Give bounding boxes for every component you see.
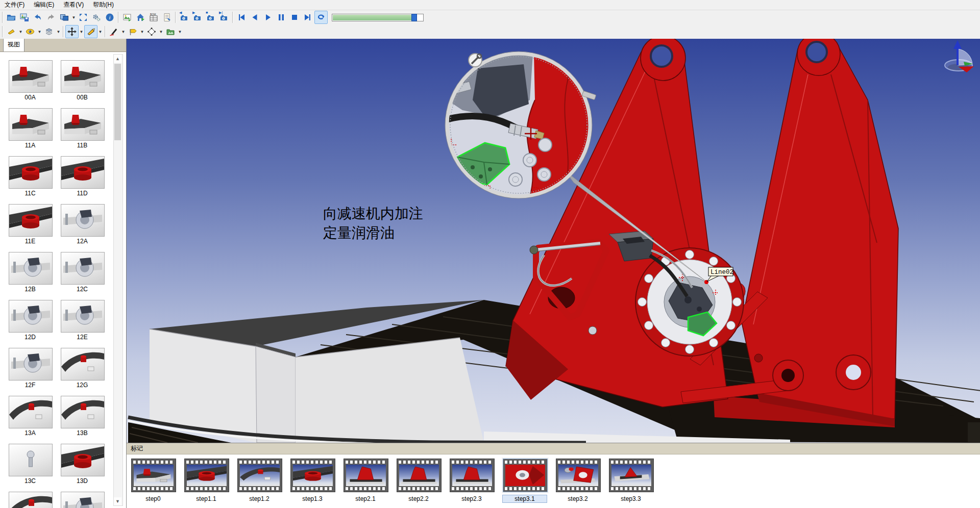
pen-tool-dropdown-caret[interactable]: ▼ — [120, 26, 126, 38]
callout-tool-button[interactable] — [126, 25, 139, 38]
move-tool-button[interactable] — [65, 25, 79, 38]
view-thumbnail-13C[interactable] — [9, 444, 53, 476]
view-thumbnail-13A[interactable] — [9, 396, 53, 428]
image-tool-dropdown-caret[interactable]: ▼ — [177, 26, 183, 38]
play-icon — [263, 13, 273, 22]
play-button[interactable] — [261, 11, 275, 24]
info-button[interactable]: i — [103, 11, 116, 24]
timeline-slider[interactable] — [332, 14, 424, 21]
view-thumbnail-13B[interactable] — [61, 396, 105, 428]
view-thumbnail-00B[interactable] — [61, 60, 105, 93]
shape-tool-button[interactable] — [145, 25, 158, 38]
view-thumbnail-12D[interactable] — [9, 300, 53, 333]
redo-button[interactable] — [44, 11, 58, 24]
step-thumbnail-step2.3[interactable] — [450, 459, 495, 492]
step-thumbnail-step3.2[interactable] — [556, 459, 601, 492]
visibility-button[interactable] — [23, 25, 37, 38]
view-label: 11E — [9, 238, 52, 245]
undo-button[interactable] — [31, 11, 44, 24]
shape-tool-dropdown-caret[interactable]: ▼ — [158, 26, 164, 38]
bulb-icon — [7, 27, 16, 36]
view-thumbnail-12C[interactable] — [61, 252, 105, 285]
pause-button[interactable] — [275, 11, 288, 24]
view-thumbnail-11E[interactable] — [9, 204, 53, 237]
camera-key-start-button[interactable]: ◀ — [178, 11, 191, 24]
view-label: 12B — [9, 286, 52, 293]
fit-view-button[interactable] — [77, 11, 90, 24]
step-preview — [134, 465, 174, 486]
view-thumbnail-11D[interactable] — [61, 156, 105, 189]
menu-item-1[interactable]: 编辑(E) — [29, 0, 59, 10]
go-last-button[interactable] — [301, 11, 314, 24]
save-image-button[interactable] — [18, 11, 31, 24]
view-thumbnail-11C[interactable] — [9, 156, 53, 189]
visibility-dropdown-caret[interactable]: ▼ — [37, 26, 42, 38]
step-back-button[interactable] — [248, 11, 261, 24]
render-style-button[interactable] — [5, 25, 18, 38]
film-sprockets — [186, 487, 227, 490]
view-transition-dropdown-caret[interactable]: ▼ — [71, 11, 77, 23]
view-thumbnail-12F[interactable] — [9, 348, 53, 380]
settings-button[interactable] — [90, 11, 103, 24]
step-thumbnail-step2.1[interactable] — [344, 459, 388, 492]
move-tool-dropdown-caret[interactable]: ▼ — [79, 26, 84, 38]
view-thumbnail-12B[interactable] — [9, 252, 53, 285]
imgsave-icon — [20, 13, 29, 22]
layers-dropdown-caret[interactable]: ▼ — [56, 26, 61, 38]
scrollbar-thumb[interactable] — [114, 64, 121, 140]
step-label: step1.1 — [184, 495, 228, 502]
view-thumbnail-13D[interactable] — [61, 444, 105, 476]
loop-button[interactable] — [314, 11, 328, 24]
pen-tool-button[interactable] — [107, 25, 120, 38]
view-label: 13D — [61, 477, 104, 485]
view-thumbnail[interactable] — [61, 492, 105, 508]
step-thumbnail-step3.1[interactable] — [503, 459, 548, 492]
sidebar-scrollbar[interactable]: ▲ ▼ — [113, 54, 123, 506]
step-thumbnail-step1.3[interactable] — [290, 459, 335, 492]
menu-item-0[interactable]: 文件(F) — [0, 0, 29, 10]
tab-views[interactable]: 视图 — [3, 39, 24, 52]
views-sidebar: 视图 00A00B11A11B11C11D11E12A12B12C12D12E1… — [0, 39, 127, 508]
camera-key-play-button[interactable]: ▶ — [191, 11, 204, 24]
open-button[interactable] — [5, 11, 18, 24]
step-thumbnail-step1.2[interactable] — [237, 459, 282, 492]
film-sprockets — [292, 487, 333, 490]
3d-viewport[interactable]: 向减速机内加注 定量润滑油 Line02 — [126, 39, 980, 443]
view-thumbnail-00A[interactable] — [9, 60, 53, 93]
render-style-dropdown-caret[interactable]: ▼ — [18, 26, 23, 38]
step-thumbnail-step1.1[interactable] — [184, 459, 229, 492]
film-sprockets — [239, 461, 280, 464]
image-tool-button[interactable] — [164, 25, 177, 38]
step-thumbnail-step3.3[interactable] — [609, 459, 654, 492]
camera-key-stop-button[interactable]: ■ — [204, 11, 217, 24]
view-thumbnail-12G[interactable] — [61, 348, 105, 380]
insert-image-button[interactable] — [120, 11, 134, 24]
go-first-button[interactable] — [235, 11, 248, 24]
edit-notes-button[interactable] — [160, 11, 174, 24]
menu-item-3[interactable]: 帮助(H) — [88, 0, 118, 10]
view-thumbnail[interactable] — [9, 492, 53, 508]
stop-button[interactable] — [288, 11, 301, 24]
layers-button[interactable] — [42, 25, 56, 38]
view-transition-button[interactable] — [58, 11, 71, 24]
timeline-slider-handle[interactable] — [411, 14, 417, 21]
step-thumbnail-step2.2[interactable] — [397, 459, 442, 492]
view-thumbnail-12E[interactable] — [61, 300, 105, 333]
step-thumbnail-step0[interactable] — [131, 459, 176, 492]
scroll-up-icon[interactable]: ▲ — [114, 55, 121, 63]
application-window: 文件(F)编辑(E)查看(V)帮助(H) ▼iBOM◀▶■▶| ▼▼▼▼▼▼▼▼… — [0, 0, 980, 508]
scroll-down-icon[interactable]: ▼ — [114, 497, 121, 505]
menu-item-2[interactable]: 查看(V) — [59, 0, 88, 10]
camera-badge-icon: ◀ — [179, 11, 182, 15]
view-thumbnail-11B[interactable] — [61, 108, 105, 141]
publish-home-button[interactable] — [134, 11, 147, 24]
view-thumbnail-11A[interactable] — [9, 108, 53, 141]
bom-table-button[interactable]: BOM — [147, 11, 160, 24]
view-thumbnail-12A[interactable] — [61, 204, 105, 237]
callout-tool-dropdown-caret[interactable]: ▼ — [139, 26, 145, 38]
camera-key-end-button[interactable]: ▶| — [217, 11, 231, 24]
direction-tool-dropdown-caret[interactable]: ▼ — [97, 26, 103, 38]
film-sprockets — [611, 487, 652, 490]
note-icon — [162, 13, 172, 22]
direction-tool-button[interactable] — [84, 25, 97, 38]
